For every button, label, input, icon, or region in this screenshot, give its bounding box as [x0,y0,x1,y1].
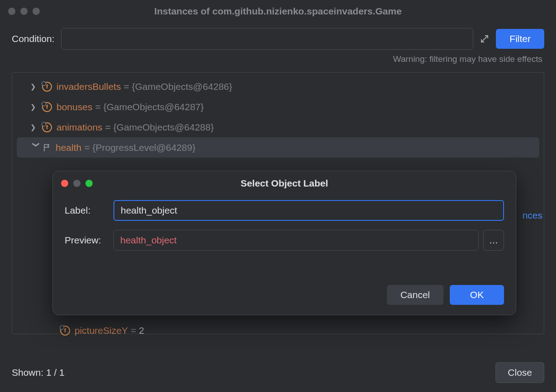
condition-row: Condition: Filter [0,23,556,51]
maximize-window-icon[interactable] [33,8,40,15]
field-icon: f [42,122,52,132]
tree-row[interactable]: ❯ f invadersBullets = {GameObjects@64286… [17,76,539,97]
dialog-title: Select Object Label [53,178,516,189]
chevron-down-icon[interactable]: ❯ [32,142,40,154]
equals-sign: = [95,102,100,112]
expand-icon[interactable] [480,34,490,44]
ok-button[interactable]: OK [450,285,504,305]
window-controls [8,8,40,15]
dialog-footer: Cancel OK [53,277,516,315]
field-value: {GameObjects@64287} [104,102,204,112]
equals-sign: = [84,142,90,153]
label-field-label: Label: [65,205,113,216]
equals-sign: = [123,81,129,92]
main-window: Instances of com.github.nizienko.spacein… [0,0,556,392]
dialog-titlebar: Select Object Label [53,171,516,196]
flag-icon [42,143,51,152]
window-title: Instances of com.github.nizienko.spacein… [0,6,556,17]
chevron-right-icon[interactable]: ❯ [30,103,42,111]
footer: Shown: 1 / 1 Close [12,362,544,383]
chevron-right-icon[interactable]: ❯ [30,83,42,91]
tree-row[interactable]: ❯ f animations = {GameObjects@64288} [17,117,539,137]
close-window-icon[interactable] [8,8,15,15]
label-row: Label: [53,196,516,225]
equals-sign: = [131,325,136,336]
field-icon: f [60,326,70,336]
tree-row[interactable]: ❯ f bonuses = {GameObjects@64287} [17,97,539,117]
field-icon: f [42,102,52,112]
filter-button[interactable]: Filter [496,29,544,49]
field-name: bonuses [57,102,92,112]
select-label-dialog: Select Object Label Label: Preview: heal… [52,171,516,315]
window-titlebar: Instances of com.github.nizienko.spacein… [0,0,556,23]
tree-row[interactable]: f pictureSizeY = 2 [17,320,539,341]
field-value: 2 [139,325,144,336]
minimize-window-icon[interactable] [20,8,28,15]
field-name: health [56,142,81,153]
field-value: {ProgressLevel@64289} [92,142,195,153]
field-icon: f [42,82,52,92]
condition-label: Condition: [12,33,55,44]
more-options-button[interactable]: … [483,230,504,251]
cancel-button[interactable]: Cancel [387,285,443,305]
close-button[interactable]: Close [495,362,544,383]
equals-sign: = [105,122,111,133]
chevron-right-icon[interactable]: ❯ [30,123,42,131]
field-name: pictureSizeY [75,325,128,336]
shown-count: Shown: 1 / 1 [12,367,65,378]
field-name: animations [57,122,103,133]
field-value: {GameObjects@64286} [132,81,232,92]
condition-input[interactable] [61,28,474,50]
preview-field-label: Preview: [65,235,113,246]
filter-warning: Warning: filtering may have side effects [0,51,556,69]
label-input[interactable] [113,200,504,221]
partial-link[interactable]: nces [523,210,542,221]
field-value: {GameObjects@64288} [113,122,214,133]
field-name: invadersBullets [57,81,121,92]
preview-value: health_object [113,230,479,251]
preview-row: Preview: health_object … [53,225,516,255]
tree-row-selected[interactable]: ❯ health = {ProgressLevel@64289} [17,137,539,158]
